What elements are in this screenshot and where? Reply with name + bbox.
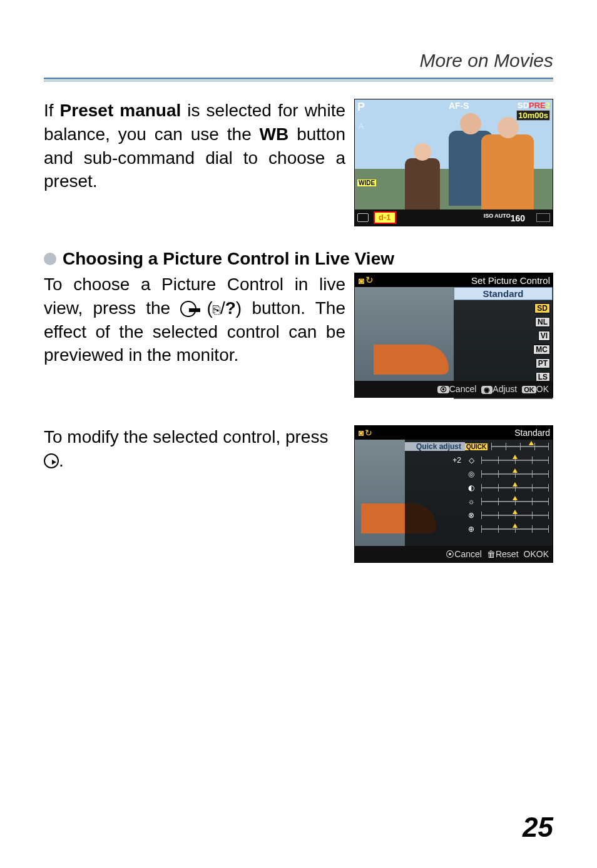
pre-indicator: PRE	[529, 101, 546, 110]
movie-mode-icon	[536, 213, 550, 222]
option-pt: PT	[454, 356, 550, 370]
adjust-button-icon: ◉	[481, 386, 492, 394]
help-icon: ?	[225, 298, 236, 318]
iso-indicator: ISO AUTO160	[484, 213, 525, 223]
quick-adjust-value-row: +2 ◇	[405, 453, 553, 467]
cancel-button-icon: ⦿	[437, 386, 449, 393]
s1-prefix: If	[44, 101, 60, 120]
preview-subject	[374, 345, 449, 375]
saturation-icon: ⊗	[465, 511, 477, 520]
page-number: 25	[523, 812, 553, 843]
clarity-icon: ◎	[465, 470, 477, 478]
img2-topbar: ◙↻ Set Picture Control	[355, 273, 553, 287]
top-right-status: SDPRE2 10m00s	[516, 101, 550, 121]
img2-title: Set Picture Control	[471, 275, 550, 286]
bullet-icon	[44, 253, 56, 265]
wb-preset-d1-box: d-1	[374, 211, 396, 224]
protect-button-icon	[180, 301, 196, 317]
iso-label: ISO AUTO	[484, 213, 511, 219]
mode-indicator: P	[357, 101, 365, 114]
section-choose-picture-control: To choose a Picture Control in live view…	[44, 273, 553, 398]
img3-footer: ⦿Cancel 🗑Reset OKOK	[355, 546, 553, 562]
iso-value: 160	[511, 213, 525, 223]
set-picture-control-screenshot: ◙↻ Set Picture Control Standard SD NL VI…	[354, 273, 553, 398]
pre-number: 2	[546, 101, 550, 110]
cancel-label: Cancel	[449, 384, 477, 394]
section-modify-control: To modify the selected control, press . …	[44, 425, 553, 563]
af-indicator: AF-S	[449, 101, 469, 111]
camera-icon: ◙	[359, 428, 364, 438]
s3-text: To modify the selected control, press	[44, 427, 328, 447]
cancel-label: Cancel	[454, 549, 482, 559]
ok-button-icon: OK	[522, 386, 536, 393]
option-vi: VI	[454, 329, 550, 343]
camera-icon: ◙	[359, 275, 364, 286]
s3-period: .	[59, 451, 64, 470]
person-child	[405, 158, 440, 214]
quick-adjust-screenshot: ◙↻ Standard Quick adjust QUICK +2 ◇ ◎	[354, 425, 553, 563]
brightness-row: ☼	[405, 495, 553, 508]
sd-indicator: SD	[518, 101, 529, 110]
option-mc: MC	[454, 343, 550, 356]
ok-label: OK	[536, 549, 549, 559]
person-woman	[481, 134, 534, 209]
section3-text: To modify the selected control, press .	[44, 425, 345, 473]
hue-icon: ⊕	[465, 525, 477, 533]
heading-row: Choosing a Picture Control in Live View	[44, 249, 553, 269]
option-nl: NL	[454, 315, 550, 329]
img2-footer: ⦿Cancel ◉Adjust OKOK	[355, 381, 553, 397]
contrast-icon: ◐	[465, 483, 477, 492]
option-sd: SD	[454, 301, 550, 315]
cycle-icon: ↻	[365, 428, 372, 438]
liveview-bottom-bar: d-1 ISO AUTO160	[355, 209, 553, 226]
camera-icon	[357, 213, 369, 222]
img3-title: Standard	[514, 428, 550, 438]
ok-label: OK	[536, 384, 549, 394]
adjust-panel: Quick adjust QUICK +2 ◇ ◎ ◐	[405, 440, 553, 546]
section-header: More on Movies	[44, 50, 553, 71]
quick-adjust-label: Quick adjust	[405, 442, 465, 451]
section-preset-manual: If Preset manual is selected for white b…	[44, 99, 553, 226]
multi-selector-right-icon	[44, 453, 59, 468]
section2-text: To choose a Picture Control in live view…	[44, 273, 345, 367]
clarity-row: ◎	[405, 467, 553, 481]
reset-button-icon: 🗑	[487, 549, 496, 559]
adjust-label: Adjust	[492, 384, 517, 394]
slash: /	[220, 298, 225, 318]
contrast-row: ◐	[405, 481, 553, 495]
header-rule	[44, 78, 553, 81]
paren-open: (	[207, 298, 213, 318]
section1-text: If Preset manual is selected for white b…	[44, 99, 345, 193]
liveview-preset-screenshot: P AF-S SDPRE2 10m00s A WIDE d-1 ISO AUTO…	[354, 99, 553, 226]
quick-adjust-value: +2	[405, 456, 465, 465]
brightness-icon: ☼	[465, 497, 477, 506]
wide-af-indicator: WIDE	[357, 179, 376, 186]
reset-label: Reset	[496, 549, 519, 559]
img3-topbar: ◙↻ Standard	[355, 426, 553, 440]
sharpening-icon: ◇	[465, 456, 477, 465]
rec-time-remaining: 10m00s	[516, 110, 550, 121]
heading-picture-control: Choosing a Picture Control in Live View	[63, 249, 394, 269]
saturation-row: ⊗	[405, 508, 553, 522]
paren-close: )	[236, 298, 242, 318]
hue-row: ⊕	[405, 522, 553, 536]
cancel-button-icon: ⦿	[446, 549, 454, 559]
quick-adjust-row: Quick adjust QUICK	[405, 440, 553, 453]
cycle-icon: ↻	[365, 275, 374, 286]
wb-label: WB	[260, 124, 289, 144]
selected-picture-control: Standard	[454, 287, 553, 300]
preset-manual-label: Preset manual	[60, 101, 181, 120]
quick-tag: QUICK	[465, 443, 487, 450]
quality-indicator: A	[359, 122, 364, 131]
bookmark-icon: ⎘	[213, 301, 220, 318]
page: More on Movies If Preset manual is selec…	[0, 0, 597, 868]
ok-button-icon: OK	[524, 549, 536, 559]
